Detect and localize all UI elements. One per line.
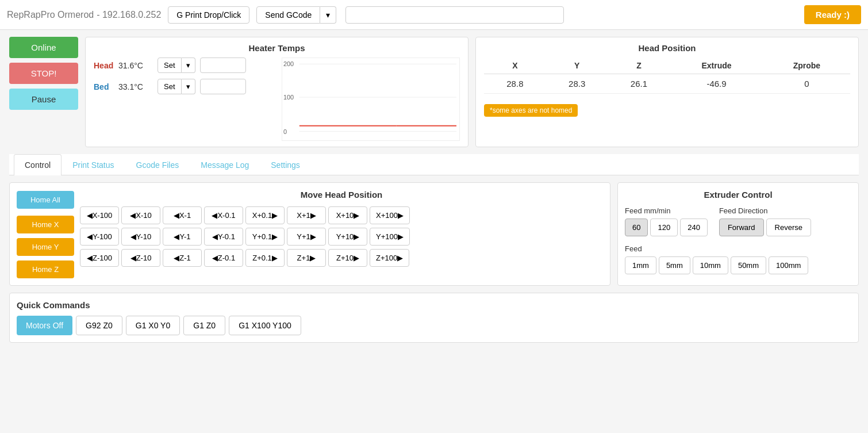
y-minus-0-1[interactable]: ◀Y-0.1	[204, 228, 243, 246]
ready-button[interactable]: Ready :)	[804, 5, 861, 24]
y-minus-10[interactable]: ◀Y-10	[121, 228, 160, 246]
send-gcode-group: Send GCode ▾	[256, 6, 336, 24]
feed-100mm[interactable]: 100mm	[769, 256, 808, 274]
quick-commands-title: Quick Commands	[17, 300, 851, 310]
feed-rate-60[interactable]: 60	[625, 219, 648, 236]
motors-off-button[interactable]: Motors Off	[17, 316, 72, 335]
feed-direction-label: Feed Direction	[719, 206, 811, 215]
feed-mm-label: Feed mm/min	[625, 206, 708, 215]
home-buttons: Home All Home X Home Y Home Z	[17, 190, 74, 278]
tab-print-status[interactable]: Print Status	[62, 154, 125, 175]
y-plus-100[interactable]: Y+100▶	[370, 228, 410, 246]
x-plus-10[interactable]: X+10▶	[328, 206, 367, 224]
feed-10mm[interactable]: 10mm	[693, 256, 728, 274]
col-extrude: Extrude	[670, 58, 763, 74]
home-y-button[interactable]: Home Y	[17, 238, 74, 256]
bed-set-button[interactable]: Set	[158, 79, 182, 94]
feed-rate-120[interactable]: 120	[650, 219, 678, 236]
col-x: X	[484, 58, 546, 74]
tabs: Control Print Status Gcode Files Message…	[9, 154, 859, 175]
feed-1mm[interactable]: 1mm	[625, 256, 656, 274]
head-position-panel: Head Position X Y Z Extrude Zprobe 28.8 …	[475, 37, 859, 147]
x-minus-100[interactable]: ◀X-100	[80, 206, 119, 224]
feed-rate-group: 60 120 240	[625, 219, 708, 236]
head-temp-input[interactable]	[200, 58, 246, 73]
z-minus-1[interactable]: ◀Z-1	[163, 249, 202, 267]
heater-content: Head 31.6°C Set ▾ Bed 33.1°C Set	[94, 58, 460, 141]
z-plus-100[interactable]: Z+100▶	[370, 249, 409, 267]
move-axes: Move Head Position ◀X-100 ◀X-10 ◀X-1 ◀X-…	[80, 190, 603, 270]
feed-5mm[interactable]: 5mm	[659, 256, 690, 274]
x-plus-1[interactable]: X+1▶	[287, 206, 326, 224]
z-plus-10[interactable]: Z+10▶	[328, 249, 367, 267]
heater-rows: Head 31.6°C Set ▾ Bed 33.1°C Set	[94, 58, 276, 141]
x-minus-0-1[interactable]: ◀X-0.1	[204, 206, 243, 224]
stop-button[interactable]: STOP!	[9, 63, 78, 84]
extruder-title: Extruder Control	[625, 190, 851, 200]
head-position-title: Head Position	[484, 43, 850, 53]
header: RepRapPro Ormerod - 192.168.0.252 G Prin…	[0, 0, 868, 30]
direction-reverse[interactable]: Reverse	[766, 219, 811, 236]
tab-message-log[interactable]: Message Log	[190, 154, 260, 175]
direction-forward[interactable]: Forward	[719, 219, 764, 236]
svg-text:200: 200	[283, 60, 294, 67]
heater-panel: Heater Temps Head 31.6°C Set ▾	[85, 37, 468, 147]
quick-g1x100y100[interactable]: G1 X100 Y100	[229, 316, 301, 335]
x-minus-10[interactable]: ◀X-10	[121, 206, 160, 224]
send-gcode-caret[interactable]: ▾	[320, 6, 336, 24]
feed-rate-240[interactable]: 240	[680, 219, 708, 236]
z-move-row: ◀Z-100 ◀Z-10 ◀Z-1 ◀Z-0.1 Z+0.1▶ Z+1▶ Z+1…	[80, 249, 603, 267]
y-plus-0-1[interactable]: Y+0.1▶	[245, 228, 285, 246]
bed-set-caret[interactable]: ▾	[182, 79, 195, 94]
y-minus-100[interactable]: ◀Y-100	[80, 228, 119, 246]
control-section: Home All Home X Home Y Home Z Move Head …	[9, 182, 859, 286]
quick-g92z0[interactable]: G92 Z0	[76, 316, 122, 335]
pause-button[interactable]: Pause	[9, 89, 78, 110]
heater-bed-row: Bed 33.1°C Set ▾	[94, 79, 276, 94]
home-z-button[interactable]: Home Z	[17, 260, 74, 278]
feed-amount-label: Feed	[625, 244, 851, 253]
temp-chart: 200 100 0	[282, 58, 460, 141]
y-plus-10[interactable]: Y+10▶	[328, 228, 367, 246]
y-minus-1[interactable]: ◀Y-1	[163, 228, 202, 246]
head-set-button[interactable]: Set	[158, 58, 182, 73]
feed-direction-section: Feed Direction Forward Reverse	[719, 206, 811, 236]
val-extrude: -46.9	[670, 74, 763, 94]
quick-commands-panel: Quick Commands Motors Off G92 Z0 G1 X0 Y…	[9, 293, 859, 343]
z-plus-0-1[interactable]: Z+0.1▶	[245, 249, 285, 267]
x-plus-0-1[interactable]: X+0.1▶	[245, 206, 285, 224]
send-gcode-button[interactable]: Send GCode	[256, 6, 320, 24]
tab-gcode-files[interactable]: Gcode Files	[125, 154, 190, 175]
home-all-button[interactable]: Home All	[17, 191, 74, 209]
bed-temp-input[interactable]	[200, 79, 246, 94]
x-minus-1[interactable]: ◀X-1	[163, 206, 202, 224]
col-z: Z	[608, 58, 670, 74]
z-minus-10[interactable]: ◀Z-10	[121, 249, 160, 267]
x-plus-100[interactable]: X+100▶	[370, 206, 410, 224]
z-plus-1[interactable]: Z+1▶	[287, 249, 326, 267]
bed-label: Bed	[94, 82, 114, 91]
heater-head-row: Head 31.6°C Set ▾	[94, 58, 276, 73]
feed-50mm[interactable]: 50mm	[731, 256, 766, 274]
gcode-input[interactable]	[345, 6, 564, 24]
tab-control[interactable]: Control	[14, 154, 62, 175]
gprint-button[interactable]: G Print Drop/Click	[168, 6, 249, 24]
quick-g1z0[interactable]: G1 Z0	[183, 316, 225, 335]
left-controls: Online STOP! Pause	[9, 37, 78, 147]
val-x: 28.8	[484, 74, 546, 94]
z-minus-0-1[interactable]: ◀Z-0.1	[204, 249, 243, 267]
head-position-table: X Y Z Extrude Zprobe 28.8 28.3 26.1 -46.…	[484, 58, 850, 94]
move-head-panel: Home All Home X Home Y Home Z Move Head …	[9, 182, 610, 286]
home-x-button[interactable]: Home X	[17, 216, 74, 233]
quick-g1x0y0[interactable]: G1 X0 Y0	[126, 316, 180, 335]
online-button[interactable]: Online	[9, 37, 78, 58]
tab-settings[interactable]: Settings	[260, 154, 311, 175]
feed-mm-section: Feed mm/min 60 120 240	[625, 206, 708, 236]
extruder-feed-row: Feed mm/min 60 120 240 Feed Direction Fo…	[625, 206, 851, 236]
move-title: Move Head Position	[80, 190, 603, 200]
val-zprobe: 0	[763, 74, 850, 94]
head-temp: 31.6°C	[118, 61, 153, 70]
y-plus-1[interactable]: Y+1▶	[287, 228, 326, 246]
head-set-caret[interactable]: ▾	[182, 58, 195, 73]
z-minus-100[interactable]: ◀Z-100	[80, 249, 119, 267]
